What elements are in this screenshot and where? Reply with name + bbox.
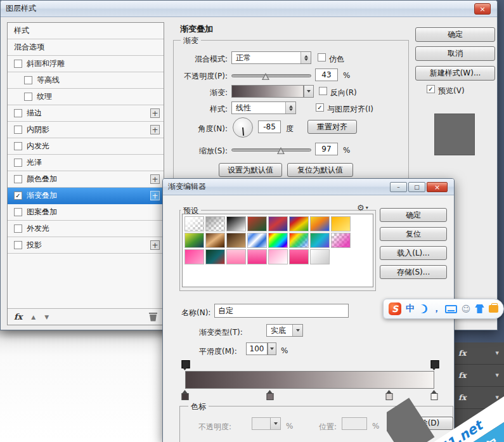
angle-input[interactable]: -85 [258, 120, 281, 133]
gradient-preset-brown-to-tan[interactable] [226, 233, 246, 248]
opacity-input[interactable]: 43 [315, 68, 338, 81]
effect-checkbox[interactable] [14, 224, 22, 233]
skin-icon[interactable] [475, 304, 484, 313]
gradient-preset-rose[interactable] [289, 249, 309, 264]
effect-checkbox[interactable] [14, 208, 22, 216]
type-select[interactable]: 实底 [266, 324, 303, 337]
fullwidth-moon-icon[interactable] [419, 304, 427, 313]
gradient-picker-arrow[interactable] [304, 85, 314, 98]
presets-menu-button[interactable]: ⚙▾ [357, 203, 368, 212]
gradient-preset-copper[interactable] [205, 233, 225, 248]
style-select[interactable]: 线性 [231, 101, 296, 114]
sidebar-item-blending-options[interactable]: 混合选项 [8, 39, 164, 56]
effect-checkbox[interactable] [14, 142, 22, 150]
sidebar-item-drop-shadow[interactable]: 投影+ [8, 237, 164, 254]
chinese-mode-icon[interactable]: 中 [406, 303, 415, 315]
dither-checkbox[interactable] [318, 53, 326, 62]
scale-slider[interactable] [231, 148, 311, 152]
sogou-logo[interactable]: S [389, 302, 401, 315]
color-stop[interactable] [182, 390, 189, 401]
effect-checkbox[interactable] [24, 93, 32, 101]
add-effect-button[interactable]: + [150, 108, 160, 118]
stop-opacity-input[interactable] [252, 417, 281, 430]
sidebar-item-inner-glow[interactable]: 内发光 [8, 138, 164, 155]
smoothness-arrow[interactable] [268, 342, 276, 355]
effect-checkbox[interactable]: ✓ [14, 192, 22, 200]
gradient-preset-yellow-green-navy[interactable] [184, 233, 204, 248]
effect-checkbox[interactable] [14, 60, 22, 68]
ok-button[interactable]: 确定 [380, 208, 447, 222]
add-effect-button[interactable]: + [150, 191, 160, 200]
opacity-slider[interactable] [231, 74, 311, 77]
gradient-preset-pink-to-white[interactable] [268, 249, 288, 264]
sidebar-item-contour[interactable]: 等高线 [8, 72, 164, 89]
gradient-preset-chrome-blue[interactable] [247, 233, 267, 248]
sidebar-item-gradient-overlay[interactable]: ✓渐变叠加+ [8, 188, 164, 204]
delete-style-button[interactable] [149, 313, 157, 322]
sidebar-item-pattern-overlay[interactable]: 图案叠加 [8, 204, 164, 221]
add-effect-button[interactable]: + [150, 240, 160, 250]
gradient-preset-black-to-white[interactable] [226, 216, 246, 231]
color-stop[interactable] [266, 390, 273, 401]
sidebar-item-stroke[interactable]: 描边+ [8, 105, 164, 122]
add-effect-button[interactable]: + [150, 125, 160, 134]
gradient-preset-gray-to-transparent[interactable] [205, 216, 225, 231]
sidebar-item-inner-shadow[interactable]: 内阴影+ [8, 122, 164, 138]
gradient-preset-yellow-orange-blue[interactable] [310, 216, 330, 231]
load-button[interactable]: 载入(L)... [380, 246, 447, 260]
sidebar-item-styles[interactable]: 样式 [8, 23, 164, 39]
move-down-button[interactable]: ▼ [44, 314, 49, 320]
smoothness-input[interactable]: 100 [246, 342, 268, 355]
new-style-button[interactable]: 新建样式(W)... [415, 66, 495, 81]
reset-align-button[interactable]: 重置对齐 [307, 120, 357, 134]
blend-mode-select[interactable]: 正常 [231, 51, 311, 64]
effect-checkbox[interactable] [14, 126, 22, 134]
reset-default-button[interactable]: 复位为默认值 [287, 163, 353, 177]
close-button[interactable]: × [427, 182, 448, 192]
angle-dial[interactable] [233, 117, 253, 138]
opacity-stop[interactable] [182, 360, 189, 371]
gradient-preset-forest-teal-red[interactable] [205, 249, 225, 264]
preview-checkbox[interactable]: ✓ [427, 85, 435, 93]
effect-checkbox[interactable] [14, 159, 22, 167]
gradient-preset-spectrum[interactable] [268, 233, 288, 248]
gradient-preset-transparent-to-magenta[interactable] [331, 233, 351, 248]
scale-input[interactable]: 97 [315, 143, 338, 155]
sidebar-item-outer-glow[interactable]: 外发光 [8, 221, 164, 237]
set-default-button[interactable]: 设置为默认值 [219, 163, 282, 177]
gradient-preset-green-cyan-purple[interactable] [310, 233, 330, 248]
effect-checkbox[interactable] [24, 76, 32, 84]
toolbox-icon[interactable] [489, 305, 498, 313]
scale-slider-thumb[interactable] [277, 147, 285, 154]
sidebar-item-bevel-emboss[interactable]: 斜面和浮雕 [8, 56, 164, 72]
gradient-preset-spectrum-transparent[interactable] [289, 233, 309, 248]
gradient-preset-pink-magenta[interactable] [247, 249, 267, 264]
align-checkbox[interactable]: ✓ [316, 103, 324, 112]
gradient-preset-violet-red-blue[interactable] [268, 216, 288, 231]
opacity-slider-thumb[interactable] [262, 73, 269, 80]
save-button[interactable]: 存储(S)... [380, 265, 447, 279]
gradient-preset-red-to-green[interactable] [247, 216, 267, 231]
maximize-button[interactable]: □ [408, 182, 425, 192]
effect-checkbox[interactable] [14, 175, 22, 183]
gradient-preset-magenta-to-pink[interactable] [184, 249, 204, 264]
keyboard-icon[interactable] [445, 305, 456, 313]
gradient-preset-pink-light[interactable] [226, 249, 246, 264]
layer-row[interactable]: fx▼ [453, 342, 504, 365]
ok-button[interactable]: 确定 [415, 27, 495, 42]
punctuation-icon[interactable]: ， [432, 303, 441, 315]
effect-checkbox[interactable] [14, 109, 22, 117]
gradient-preset-white-to-transparent[interactable] [184, 216, 204, 231]
cancel-button[interactable]: 取消 [415, 46, 495, 61]
expand-effects-icon[interactable]: ▼ [496, 351, 499, 356]
effect-checkbox[interactable] [14, 241, 22, 249]
gradient-preset-orange-to-yellow[interactable] [331, 216, 351, 231]
add-effect-button[interactable]: + [150, 174, 160, 184]
sidebar-item-color-overlay[interactable]: 颜色叠加+ [8, 171, 164, 188]
gradient-preset-white-to-gray[interactable] [310, 249, 330, 264]
emoji-icon[interactable]: ☺ [462, 304, 471, 314]
opacity-stop[interactable] [431, 360, 438, 371]
gradient-preview[interactable] [231, 85, 304, 98]
close-button[interactable]: × [474, 3, 491, 15]
layer-style-titlebar[interactable]: 图层样式 [1, 1, 497, 17]
